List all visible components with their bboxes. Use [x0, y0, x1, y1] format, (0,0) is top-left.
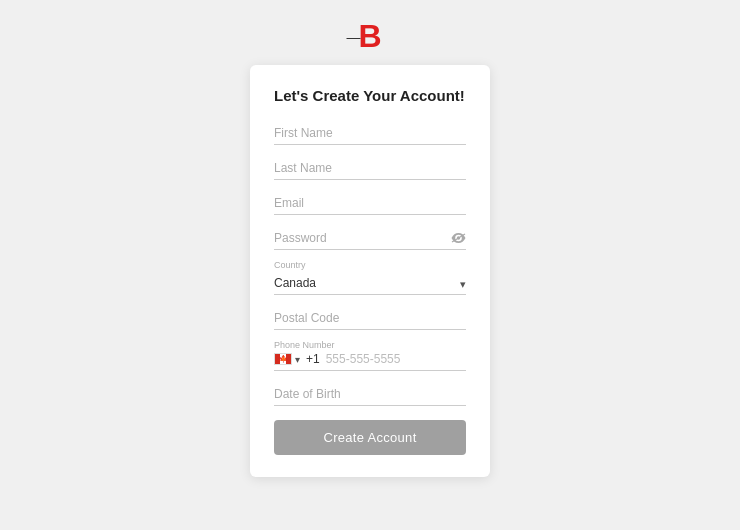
brand-logo: B: [358, 18, 381, 55]
email-group: [274, 190, 466, 215]
toggle-password-icon[interactable]: [451, 230, 466, 246]
date-of-birth-input[interactable]: [274, 381, 466, 406]
canada-flag-icon: 🍁: [274, 353, 292, 365]
country-label: Country: [274, 260, 466, 270]
phone-country-code: +1: [306, 352, 320, 366]
country-select-wrapper: Canada United States United Kingdom Aust…: [274, 272, 466, 295]
password-group: [274, 225, 466, 250]
last-name-input[interactable]: [274, 155, 466, 180]
flag-dropdown-dot: ▾: [295, 354, 300, 365]
first-name-input[interactable]: [274, 120, 466, 145]
phone-number-input[interactable]: [326, 352, 476, 366]
phone-row: 🍁 ▾ +1: [274, 352, 466, 371]
postal-code-input[interactable]: [274, 305, 466, 330]
postal-code-group: [274, 305, 466, 330]
dob-group: [274, 381, 466, 406]
phone-label: Phone Number: [274, 340, 466, 350]
last-name-group: [274, 155, 466, 180]
first-name-group: [274, 120, 466, 145]
phone-flag-selector[interactable]: 🍁 ▾: [274, 353, 302, 365]
phone-group: Phone Number 🍁 ▾ +1: [274, 340, 466, 371]
email-input[interactable]: [274, 190, 466, 215]
country-select[interactable]: Canada United States United Kingdom Aust…: [274, 272, 466, 295]
card-title: Let's Create Your Account!: [274, 87, 466, 104]
country-group: Country Canada United States United King…: [274, 260, 466, 295]
logo-letter: B: [358, 18, 381, 55]
logo-area: B: [358, 18, 381, 55]
create-account-button[interactable]: Create Account: [274, 420, 466, 455]
password-input[interactable]: [274, 225, 466, 250]
signup-card: Let's Create Your Account! Country Canad…: [250, 65, 490, 477]
dob-input-wrapper: [274, 381, 466, 406]
